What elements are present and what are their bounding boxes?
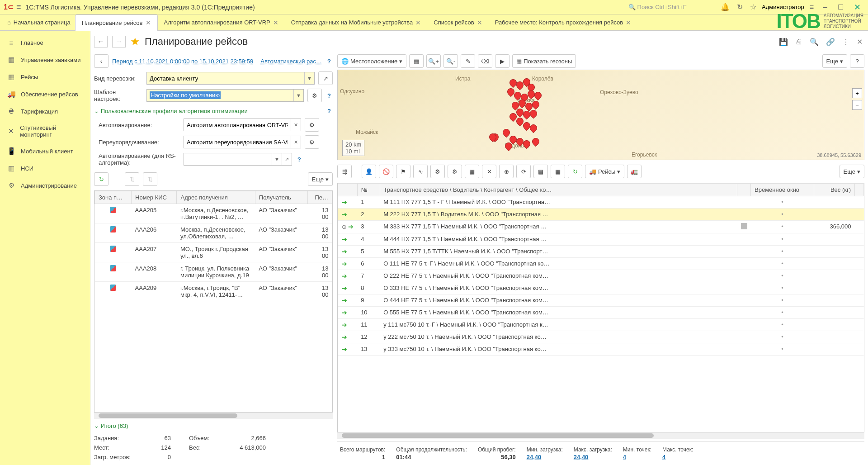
table-row[interactable]: ➔7O 222 HE 77 5 т. \ Наемный И.К. \ ООО … xyxy=(338,270,864,282)
map[interactable]: ИстраКоролёвМоскваОдсухиноОрехово-ЗуевоМ… xyxy=(337,70,864,160)
sidebar-item[interactable]: ₴Тарификация xyxy=(0,103,90,120)
help-icon[interactable]: ? xyxy=(296,156,303,163)
reorder-settings-button[interactable]: ⚙ xyxy=(305,135,319,149)
orders-table[interactable]: Зона п… Номер КИС Адрес получения Получа… xyxy=(94,190,333,413)
link-icon[interactable]: 🔗 xyxy=(824,36,837,48)
table-row[interactable]: ➔6O 111 HE 77 5 т.-Г \ Наемный И.К. \ ОО… xyxy=(338,258,864,270)
zoom-in-button[interactable]: 🔍+ xyxy=(426,54,441,68)
tree-icon[interactable]: ⇶ xyxy=(337,165,352,178)
th-pe[interactable]: Пе… xyxy=(308,191,332,204)
location-button[interactable]: 🌐 Местоположение ▾ xyxy=(337,54,406,68)
chevron-down-icon[interactable]: ▼ xyxy=(304,72,314,84)
table-row[interactable]: ➔10O 555 HE 77 5 т. \ Наемный И.К. \ ООО… xyxy=(338,307,864,319)
table-row[interactable]: AAA207МО., Троицк г.,Городская ул., вл.6… xyxy=(95,243,332,262)
print-icon[interactable]: 🖨 xyxy=(793,36,804,48)
tool-icon[interactable]: ⟳ xyxy=(516,165,531,178)
autoplan-settings-button[interactable]: ⚙ xyxy=(305,118,319,132)
tool-icon[interactable]: ▦ xyxy=(551,165,565,178)
table-row[interactable]: AAA209г.Москва, г.Троицк, "В" мкр, 4, п.… xyxy=(95,282,332,301)
tab[interactable]: Отправка данных на Мобильные устройства✕ xyxy=(285,14,428,31)
more-icon[interactable]: ⋮ xyxy=(840,36,851,48)
vid-input[interactable]: ▼ xyxy=(146,72,315,85)
autoplan-input[interactable]: ✕ xyxy=(184,119,301,131)
zoom-out-button[interactable]: 🔍- xyxy=(443,54,458,68)
close-icon[interactable]: ✕ xyxy=(477,19,482,26)
user-label[interactable]: Администратор xyxy=(762,4,804,10)
help-button[interactable]: ? xyxy=(850,54,864,68)
table-row[interactable]: ➔8O 333 HE 77 5 т. \ Наемный И.К. \ ООО … xyxy=(338,282,864,294)
sidebar-item[interactable]: ▦Управление заявками xyxy=(0,51,90,68)
sort-asc-button[interactable]: ⇅ xyxy=(125,172,139,186)
prev-period-button[interactable]: ‹ xyxy=(94,54,108,68)
tool-icon[interactable]: 🚫 xyxy=(379,165,393,178)
tab[interactable]: Список рейсов✕ xyxy=(427,14,488,31)
tool-icon[interactable]: 👤 xyxy=(362,165,376,178)
vid-open-button[interactable]: ↗ xyxy=(318,71,333,85)
tool-icon[interactable]: ∿ xyxy=(413,165,428,178)
table-row[interactable]: ⊙ ➔3M 333 HX 777 1,5 T \ Наемный И.К. \ … xyxy=(338,221,864,233)
th-zone[interactable]: Зона п… xyxy=(95,191,132,204)
th-window[interactable]: Временное окно xyxy=(751,184,814,196)
clear-icon[interactable]: ✕ xyxy=(291,119,301,131)
th-addr[interactable]: Адрес получения xyxy=(177,191,255,204)
table-row[interactable]: ➔12у 222 мс750 10 т. \ Наемный И.К. \ ОО… xyxy=(338,331,864,343)
tab[interactable]: Алгоритм автопланирования ORT-VRP✕ xyxy=(158,14,285,31)
tool-icon[interactable]: ⚙ xyxy=(430,165,445,178)
scrollbar[interactable] xyxy=(94,413,333,419)
clear-icon[interactable]: ✕ xyxy=(291,136,301,148)
sidebar-item[interactable]: ▦Рейсы xyxy=(0,68,90,85)
th-weight[interactable]: Вес (кг) xyxy=(814,184,855,196)
period-link[interactable]: Период с 11.10.2021 0:00:00 по 15.10.202… xyxy=(112,58,253,65)
back-button[interactable]: ← xyxy=(94,36,108,47)
map-zoom-out[interactable]: − xyxy=(852,100,862,110)
close-icon[interactable]: ✕ xyxy=(273,19,278,26)
table-row[interactable]: ➔1M 111 HX 777 1,5 T - Г \ Наемный И.К. … xyxy=(338,196,864,209)
refresh-icon[interactable]: ↻ xyxy=(568,165,582,178)
tab-home[interactable]: ⌂ Начальная страница xyxy=(3,14,75,31)
sidebar-item[interactable]: ⚙Администрирование xyxy=(0,177,90,194)
table-row[interactable]: ➔4M 444 HX 777 1,5 T \ Наемный И.К. \ ОО… xyxy=(338,233,864,246)
auto-calc-link[interactable]: Автоматический рас… xyxy=(260,58,322,65)
help-icon[interactable]: ? xyxy=(326,92,333,99)
scrollbar[interactable] xyxy=(337,432,864,439)
shablon-settings-button[interactable]: ⚙ xyxy=(307,89,322,102)
map-zoom-in[interactable]: + xyxy=(852,88,862,98)
table-row[interactable]: ➔2M 222 HX 777 1,5 T \ Водитель M.K. \ О… xyxy=(338,209,864,221)
tool-icon[interactable]: ✕ xyxy=(482,165,496,178)
tool-icon[interactable]: ⚑ xyxy=(396,165,410,178)
tool-icon[interactable]: ▦ xyxy=(465,165,479,178)
profiles-section[interactable]: ⌄ Пользовательские профили алгоритмов оп… xyxy=(94,104,333,116)
tab[interactable]: Планирование рейсов✕ xyxy=(75,14,158,31)
sidebar-item[interactable]: 🚚Обеспечение рейсов xyxy=(0,85,90,103)
help-icon[interactable]: ? xyxy=(326,108,333,114)
table-row[interactable]: AAA206Москва, п.Десеновское, ул.Облепихо… xyxy=(95,223,332,243)
table-row[interactable]: AAA208г. Троицк, ул. Полковника милиции … xyxy=(95,262,332,282)
sort-desc-button[interactable]: ⇅ xyxy=(143,172,157,186)
autoplan-rs-input[interactable]: ▼ ↗ xyxy=(184,153,292,166)
refresh-button[interactable]: ↻ xyxy=(94,172,108,186)
bell-icon[interactable]: 🔔 xyxy=(719,1,731,13)
table-row[interactable]: ➔13у 333 мс750 10 т. \ Наемный И.К. \ ОО… xyxy=(338,343,864,356)
th-n[interactable]: № xyxy=(357,184,380,196)
save-icon[interactable]: 💾 xyxy=(777,36,790,48)
th-vehicle[interactable]: Транспортное средство \ Водитель \ Контр… xyxy=(380,184,737,196)
close-page-icon[interactable]: ✕ xyxy=(855,36,864,48)
routes-dropdown[interactable]: 🚚 Рейсы ▾ xyxy=(585,165,624,178)
reorder-input[interactable]: ✕ xyxy=(184,136,301,148)
history-icon[interactable]: ↻ xyxy=(735,1,745,13)
star-icon[interactable]: ☆ xyxy=(748,1,758,13)
sidebar-item[interactable]: ▥НСИ xyxy=(0,160,90,177)
tool-icon[interactable]: ⚙ xyxy=(448,165,462,178)
close-icon[interactable]: ✕ xyxy=(415,19,421,26)
more-button[interactable]: Еще ▾ xyxy=(308,172,333,186)
table-row[interactable]: ➔5M 555 HX 777 1,5 T/TTK \ Наемный И.К. … xyxy=(338,246,864,258)
close-icon[interactable]: ✕ xyxy=(146,19,151,26)
eraser-icon[interactable]: ⌫ xyxy=(478,54,492,68)
close-icon[interactable]: ✕ xyxy=(626,19,631,26)
routes-table[interactable]: № Транспортное средство \ Водитель \ Кон… xyxy=(337,183,864,432)
help-icon[interactable]: ? xyxy=(326,58,333,65)
table-row[interactable]: ➔11у 111 мс750 10 т.-Г \ Наемный И.К. \ … xyxy=(338,319,864,331)
truck-icon[interactable]: 🚛 xyxy=(627,165,642,178)
th-recv[interactable]: Получатель xyxy=(255,191,307,204)
forward-button[interactable]: → xyxy=(112,36,126,47)
